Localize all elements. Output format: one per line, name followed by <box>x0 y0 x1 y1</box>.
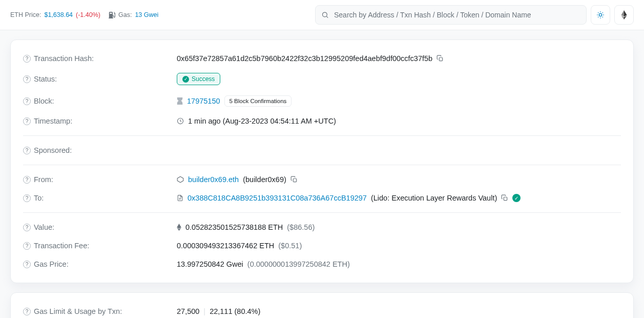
ens-icon <box>177 176 184 183</box>
fee-eth: 0.000309493213367462 ETH <box>177 242 274 250</box>
eth-price-label: ETH Price: <box>10 11 41 18</box>
check-icon: ✓ <box>182 76 189 83</box>
row-gasprice: ?Gas Price: 13.997250842 Gwei (0.0000000… <box>11 255 633 273</box>
svg-line-9 <box>598 17 598 17</box>
help-icon[interactable]: ? <box>23 224 31 231</box>
gasprice-gwei: 13.997250842 Gwei <box>177 260 243 268</box>
help-icon[interactable]: ? <box>23 97 31 105</box>
verified-icon: ✓ <box>512 194 521 202</box>
svg-line-1 <box>326 16 328 18</box>
label-fee: Transaction Fee: <box>34 242 89 250</box>
clock-icon <box>177 117 184 125</box>
label-gas-limit: Gas Limit & Usage by Txn: <box>34 307 122 315</box>
to-name: (Lido: Execution Layer Rewards Vault) <box>371 194 497 202</box>
row-gas-limit: ?Gas Limit & Usage by Txn: 27,500 | 22,1… <box>11 302 633 318</box>
value-usd: ($86.56) <box>287 223 315 231</box>
svg-rect-17 <box>504 197 507 200</box>
divider <box>23 212 621 213</box>
label-value: Value: <box>34 223 54 231</box>
svg-point-0 <box>323 12 327 17</box>
row-hash: ?Transaction Hash: 0x65f37e72857a61d2c5b… <box>11 49 633 68</box>
svg-line-6 <box>603 17 603 17</box>
contract-icon <box>177 194 183 202</box>
divider <box>23 135 621 136</box>
label-from: From: <box>34 175 53 184</box>
svg-marker-13 <box>177 176 183 183</box>
market-info: ETH Price: $1,638.64 (-1.40%) Gas: 13 Gw… <box>10 11 158 18</box>
status-badge: ✓Success <box>177 73 220 85</box>
label-status: Status: <box>34 75 57 83</box>
eth-price-value[interactable]: $1,638.64 <box>44 11 73 18</box>
svg-rect-14 <box>293 178 296 182</box>
confirmations-pill: 5 Block Confirmations <box>224 95 292 107</box>
theme-toggle-button[interactable] <box>591 5 610 25</box>
help-icon[interactable]: ? <box>23 242 31 250</box>
top-bar: ETH Price: $1,638.64 (-1.40%) Gas: 13 Gw… <box>0 0 644 30</box>
help-icon[interactable]: ? <box>23 147 31 154</box>
ethereum-network-button[interactable] <box>614 5 634 25</box>
hourglass-icon <box>177 97 183 105</box>
label-to: To: <box>34 194 44 202</box>
label-hash: Transaction Hash: <box>34 54 94 63</box>
svg-line-5 <box>598 12 598 13</box>
from-address-link[interactable]: builder0x69.eth <box>188 175 239 184</box>
svg-rect-11 <box>439 57 442 61</box>
help-icon[interactable]: ? <box>23 55 31 63</box>
from-name: (builder0x69) <box>243 175 286 184</box>
search-wrap <box>315 5 587 25</box>
fee-usd: ($0.51) <box>278 242 302 250</box>
gasprice-eth: (0.000000013997250842 ETH) <box>247 260 350 268</box>
gas-label: Gas: <box>118 11 132 18</box>
timestamp-value: 1 min ago (Aug-23-2023 04:54:11 AM +UTC) <box>188 117 336 125</box>
row-to: ?To: 0x388C818CA8B9251b393131C08a736A67c… <box>11 189 633 207</box>
help-icon[interactable]: ? <box>23 194 31 202</box>
help-icon[interactable]: ? <box>23 308 31 315</box>
help-icon[interactable]: ? <box>23 75 31 83</box>
svg-point-2 <box>599 13 601 16</box>
label-gasprice: Gas Price: <box>34 260 69 268</box>
gas-used: 22,111 (80.4%) <box>210 307 260 315</box>
to-address-link[interactable]: 0x388C818CA8B9251b393131C08a736A67ccB192… <box>188 194 367 202</box>
row-from: ?From: builder0x69.eth (builder0x69) <box>11 170 633 189</box>
search-input[interactable] <box>315 5 587 25</box>
label-block: Block: <box>34 97 54 105</box>
eth-price-change: (-1.40%) <box>76 11 100 18</box>
gas-pump-icon <box>109 12 115 18</box>
block-number-link[interactable]: 17975150 <box>187 97 220 105</box>
help-icon[interactable]: ? <box>23 261 31 268</box>
gas-details-card: ?Gas Limit & Usage by Txn: 27,500 | 22,1… <box>10 292 634 318</box>
label-timestamp: Timestamp: <box>34 117 72 125</box>
divider <box>23 165 621 165</box>
row-fee: ?Transaction Fee: 0.000309493213367462 E… <box>11 236 633 255</box>
help-icon[interactable]: ? <box>23 176 31 184</box>
search-icon <box>321 11 329 19</box>
copy-icon[interactable] <box>290 176 298 183</box>
row-timestamp: ?Timestamp: 1 min ago (Aug-23-2023 04:54… <box>11 112 633 130</box>
txn-details-card: ?Transaction Hash: 0x65f37e72857a61d2c5b… <box>10 39 634 283</box>
row-value: ?Value: 0.052823501525738188 ETH ($86.56… <box>11 218 633 236</box>
txn-hash: 0x65f37e72857a61d2c5b7960b2422f32c3b1299… <box>177 54 432 63</box>
row-status: ?Status: ✓Success <box>11 68 633 90</box>
row-block: ?Block: 17975150 5 Block Confirmations <box>11 90 633 112</box>
gas-value[interactable]: 13 Gwei <box>135 11 158 18</box>
pipe-separator: | <box>203 307 205 315</box>
copy-icon[interactable] <box>501 194 508 202</box>
row-sponsored: ?Sponsored: <box>11 141 633 160</box>
gas-limit: 27,500 <box>177 307 199 315</box>
svg-line-10 <box>603 12 603 13</box>
value-eth: 0.052823501525738188 ETH <box>185 223 283 231</box>
topbar-right <box>315 5 634 25</box>
ethereum-icon <box>177 224 181 231</box>
copy-icon[interactable] <box>437 55 444 62</box>
help-icon[interactable]: ? <box>23 117 31 125</box>
label-sponsored: Sponsored: <box>34 146 72 154</box>
